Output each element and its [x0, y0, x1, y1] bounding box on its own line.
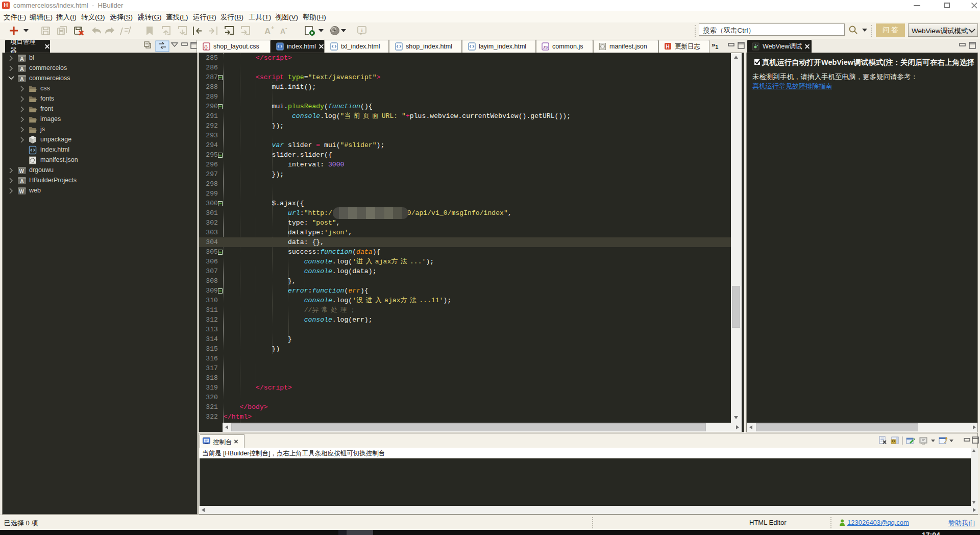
svg-text:-: -: [285, 25, 287, 31]
svg-text:H: H: [666, 44, 670, 50]
svg-text:i: i: [361, 27, 363, 33]
svg-text:{}: {}: [204, 44, 208, 50]
svg-text:A: A: [280, 27, 285, 35]
svg-text:JS: JS: [543, 45, 548, 50]
svg-text:+: +: [271, 25, 274, 31]
svg-text:A: A: [264, 27, 271, 36]
